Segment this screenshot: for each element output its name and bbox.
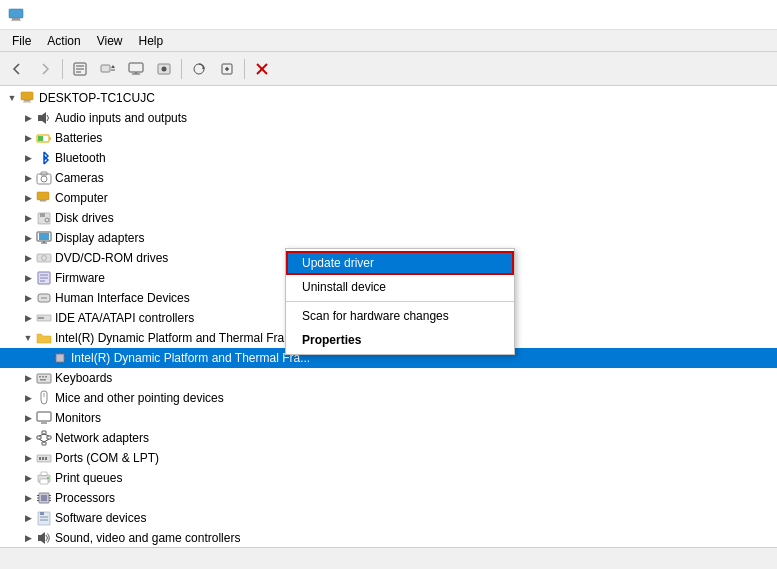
expander-processors[interactable]: ▶ xyxy=(20,490,36,506)
toolbar-separator-1 xyxy=(62,59,63,79)
tree-item-monitors[interactable]: ▶Monitors xyxy=(0,408,777,428)
display-icon xyxy=(128,61,144,77)
icon-ide xyxy=(36,310,52,326)
label-batteries: Batteries xyxy=(55,131,102,145)
root-expander[interactable]: ▼ xyxy=(4,90,20,106)
update-driver-button[interactable] xyxy=(95,56,121,82)
menu-help[interactable]: Help xyxy=(131,32,172,50)
tree-item-network[interactable]: ▶Network adapters xyxy=(0,428,777,448)
show-hidden-button[interactable] xyxy=(151,56,177,82)
context-menu-item-uninstall-device[interactable]: Uninstall device xyxy=(286,275,514,299)
expander-mice[interactable]: ▶ xyxy=(20,390,36,406)
svg-rect-66 xyxy=(37,412,51,421)
icon-print-queues xyxy=(36,470,52,486)
properties-button[interactable] xyxy=(67,56,93,82)
update-driver-icon xyxy=(100,61,116,77)
back-button[interactable] xyxy=(4,56,30,82)
svg-rect-22 xyxy=(23,102,31,103)
expander-batteries[interactable]: ▶ xyxy=(20,130,36,146)
label-monitors: Monitors xyxy=(55,411,101,425)
expander-bluetooth[interactable]: ▶ xyxy=(20,150,36,166)
svg-rect-26 xyxy=(38,136,43,141)
svg-rect-39 xyxy=(37,254,51,262)
tree-item-keyboards[interactable]: ▶Keyboards xyxy=(0,368,777,388)
context-menu-item-update-driver[interactable]: Update driver xyxy=(286,251,514,275)
close-button[interactable] xyxy=(731,0,777,30)
icon-monitors xyxy=(36,410,52,426)
expander-monitors[interactable]: ▶ xyxy=(20,410,36,426)
toolbar xyxy=(0,52,777,86)
expander-network[interactable]: ▶ xyxy=(20,430,36,446)
svg-rect-23 xyxy=(38,115,42,121)
expander-dvd[interactable]: ▶ xyxy=(20,250,36,266)
expander-firmware[interactable]: ▶ xyxy=(20,270,36,286)
icon-dvd xyxy=(36,250,52,266)
toolbar-separator-3 xyxy=(244,59,245,79)
title-bar xyxy=(0,0,777,30)
icon-sound-video xyxy=(36,530,52,546)
label-audio: Audio inputs and outputs xyxy=(55,111,187,125)
menu-file[interactable]: File xyxy=(4,32,39,50)
minimize-button[interactable] xyxy=(639,0,685,30)
label-intel-child: Intel(R) Dynamic Platform and Thermal Fr… xyxy=(71,351,310,365)
expander-audio[interactable]: ▶ xyxy=(20,110,36,126)
context-menu-item-scan-hardware[interactable]: Scan for hardware changes xyxy=(286,304,514,328)
menu-action[interactable]: Action xyxy=(39,32,88,50)
forward-button[interactable] xyxy=(32,56,58,82)
svg-rect-96 xyxy=(38,535,41,541)
svg-rect-64 xyxy=(40,379,46,381)
context-menu-item-properties[interactable]: Properties xyxy=(286,328,514,352)
tree-root[interactable]: ▼ DESKTOP-TC1CUJC xyxy=(0,88,777,108)
status-bar xyxy=(0,547,777,569)
tree-item-print-queues[interactable]: ▶Print queues xyxy=(0,468,777,488)
scan-hardware-button[interactable] xyxy=(186,56,212,82)
tree-item-disk-drives[interactable]: ▶Disk drives xyxy=(0,208,777,228)
tree-item-processors[interactable]: ▶Processors xyxy=(0,488,777,508)
label-network: Network adapters xyxy=(55,431,149,445)
label-ports: Ports (COM & LPT) xyxy=(55,451,159,465)
expander-cameras[interactable]: ▶ xyxy=(20,170,36,186)
icon-network xyxy=(36,430,52,446)
svg-point-83 xyxy=(47,477,49,479)
tree-item-software-devices[interactable]: ▶Software devices xyxy=(0,508,777,528)
tree-item-cameras[interactable]: ▶Cameras xyxy=(0,168,777,188)
expander-print-queues[interactable]: ▶ xyxy=(20,470,36,486)
menu-view[interactable]: View xyxy=(89,32,131,50)
icon-keyboards xyxy=(36,370,52,386)
expander-hid[interactable]: ▶ xyxy=(20,290,36,306)
expander-disk-drives[interactable]: ▶ xyxy=(20,210,36,226)
tree-item-bluetooth[interactable]: ▶Bluetooth xyxy=(0,148,777,168)
icon-disk-drives xyxy=(36,210,52,226)
tree-item-display-adapters[interactable]: ▶Display adapters xyxy=(0,228,777,248)
expander-keyboards[interactable]: ▶ xyxy=(20,370,36,386)
label-processors: Processors xyxy=(55,491,115,505)
icon-cameras xyxy=(36,170,52,186)
tree-item-sound-video[interactable]: ▶Sound, video and game controllers xyxy=(0,528,777,547)
scan-icon xyxy=(191,61,207,77)
tree-item-audio[interactable]: ▶Audio inputs and outputs xyxy=(0,108,777,128)
svg-rect-69 xyxy=(37,436,41,439)
icon-batteries xyxy=(36,130,52,146)
tree-item-mice[interactable]: ▶Mice and other pointing devices xyxy=(0,388,777,408)
maximize-button[interactable] xyxy=(685,0,731,30)
svg-rect-63 xyxy=(45,376,47,378)
tree-item-computer[interactable]: ▶Computer xyxy=(0,188,777,208)
title-bar-left xyxy=(8,7,30,23)
add-legacy-button[interactable] xyxy=(214,56,240,82)
expander-computer[interactable]: ▶ xyxy=(20,190,36,206)
icon-computer xyxy=(36,190,52,206)
expander-software-devices[interactable]: ▶ xyxy=(20,510,36,526)
delete-button[interactable] xyxy=(249,56,275,82)
expander-intel-parent[interactable]: ▼ xyxy=(20,330,36,346)
expander-sound-video[interactable]: ▶ xyxy=(20,530,36,546)
icon-display-adapters xyxy=(36,230,52,246)
expander-ide[interactable]: ▶ xyxy=(20,310,36,326)
display-all-button[interactable] xyxy=(123,56,149,82)
expander-ports[interactable]: ▶ xyxy=(20,450,36,466)
svg-rect-60 xyxy=(37,374,51,383)
icon-software-devices xyxy=(36,510,52,526)
tree-item-ports[interactable]: ▶Ports (COM & LPT) xyxy=(0,448,777,468)
tree-item-batteries[interactable]: ▶Batteries xyxy=(0,128,777,148)
svg-rect-21 xyxy=(24,100,30,102)
expander-display-adapters[interactable]: ▶ xyxy=(20,230,36,246)
